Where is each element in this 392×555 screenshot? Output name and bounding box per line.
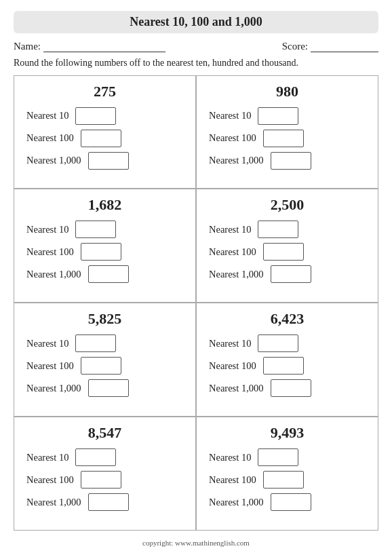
nearest100-label-0: Nearest 100 — [26, 132, 74, 144]
nearest10-answer-box-7[interactable] — [258, 448, 298, 466]
nearest1000-answer-box-5[interactable] — [271, 379, 311, 397]
row-nearest10-4: Nearest 10 — [26, 334, 116, 352]
problem-number-7: 9,493 — [209, 424, 366, 442]
nearest1000-answer-box-4[interactable] — [88, 379, 129, 397]
nearest100-label-2: Nearest 100 — [26, 246, 74, 258]
name-score-row: Name: Score: — [14, 40, 378, 52]
nearest10-answer-box-1[interactable] — [258, 107, 298, 125]
nearest1000-label-2: Nearest 1,000 — [26, 269, 81, 280]
nearest100-answer-box-1[interactable] — [263, 130, 304, 147]
row-nearest100-0: Nearest 100 — [26, 130, 121, 147]
problem-number-4: 5,825 — [26, 310, 183, 328]
nearest100-label-4: Nearest 100 — [26, 360, 74, 372]
nearest10-answer-box-2[interactable] — [75, 221, 116, 238]
row-nearest10-0: Nearest 10 — [26, 107, 116, 125]
row-nearest1000-2: Nearest 1,000 — [26, 265, 129, 283]
nearest100-label-6: Nearest 100 — [26, 474, 74, 486]
nearest100-answer-box-3[interactable] — [263, 243, 304, 261]
nearest10-label-4: Nearest 10 — [26, 338, 68, 349]
row-nearest1000-7: Nearest 1,000 — [209, 493, 311, 511]
row-nearest10-6: Nearest 10 — [26, 448, 116, 466]
problem-cell-0: 275Nearest 10Nearest 100Nearest 1,000 — [14, 75, 196, 189]
nearest100-label-7: Nearest 100 — [209, 474, 256, 486]
problem-number-5: 6,423 — [209, 310, 366, 328]
nearest10-answer-box-6[interactable] — [75, 448, 116, 466]
problem-cell-7: 9,493Nearest 10Nearest 100Nearest 1,000 — [196, 417, 378, 531]
score-label: Score: — [282, 41, 308, 52]
copyright: copyright: www.mathinenglish.com — [14, 536, 378, 547]
nearest10-label-7: Nearest 10 — [209, 452, 251, 463]
name-label: Name: — [14, 41, 41, 52]
row-nearest100-5: Nearest 100 — [209, 357, 304, 375]
nearest1000-answer-box-1[interactable] — [271, 152, 311, 170]
nearest100-label-1: Nearest 100 — [209, 132, 256, 144]
nearest10-label-6: Nearest 10 — [26, 452, 68, 463]
row-nearest1000-4: Nearest 1,000 — [26, 379, 129, 397]
nearest10-label-3: Nearest 10 — [209, 224, 251, 235]
problem-cell-3: 2,500Nearest 10Nearest 100Nearest 1,000 — [196, 189, 378, 303]
nearest1000-label-5: Nearest 1,000 — [209, 383, 264, 394]
row-nearest100-3: Nearest 100 — [209, 243, 304, 261]
nearest100-label-5: Nearest 100 — [209, 360, 256, 372]
nearest10-answer-box-3[interactable] — [258, 221, 298, 238]
score-underline — [311, 40, 378, 52]
nearest100-answer-box-6[interactable] — [81, 471, 121, 489]
problem-cell-6: 8,547Nearest 10Nearest 100Nearest 1,000 — [14, 417, 196, 531]
problem-cell-5: 6,423Nearest 10Nearest 100Nearest 1,000 — [196, 303, 378, 417]
row-nearest100-4: Nearest 100 — [26, 357, 121, 375]
row-nearest100-7: Nearest 100 — [209, 471, 304, 489]
page: Nearest 10, 100 and 1,000 Name: Score: R… — [0, 0, 392, 555]
row-nearest100-2: Nearest 100 — [26, 243, 121, 261]
problem-cell-1: 980Nearest 10Nearest 100Nearest 1,000 — [196, 75, 378, 189]
nearest10-label-2: Nearest 10 — [26, 224, 68, 235]
nearest100-answer-box-0[interactable] — [81, 130, 121, 147]
problem-cell-4: 5,825Nearest 10Nearest 100Nearest 1,000 — [14, 303, 196, 417]
problems-grid: 275Nearest 10Nearest 100Nearest 1,000980… — [14, 75, 378, 531]
row-nearest1000-3: Nearest 1,000 — [209, 265, 311, 283]
row-nearest10-2: Nearest 10 — [26, 221, 116, 238]
instruction: Round the following numbers off to the n… — [14, 56, 378, 70]
row-nearest1000-6: Nearest 1,000 — [26, 493, 129, 511]
row-nearest1000-0: Nearest 1,000 — [26, 152, 129, 170]
nearest10-label-1: Nearest 10 — [209, 110, 251, 121]
problem-number-2: 1,682 — [26, 196, 183, 214]
nearest1000-answer-box-7[interactable] — [271, 493, 311, 511]
problem-number-3: 2,500 — [209, 196, 366, 214]
row-nearest1000-1: Nearest 1,000 — [209, 152, 311, 170]
row-nearest10-1: Nearest 10 — [209, 107, 298, 125]
score-field: Score: — [282, 40, 378, 52]
nearest10-answer-box-4[interactable] — [75, 334, 116, 352]
nearest100-label-3: Nearest 100 — [209, 246, 256, 258]
nearest1000-answer-box-6[interactable] — [88, 493, 129, 511]
nearest10-label-5: Nearest 10 — [209, 338, 251, 349]
nearest100-answer-box-4[interactable] — [81, 357, 121, 375]
nearest1000-label-1: Nearest 1,000 — [209, 155, 264, 166]
problem-number-6: 8,547 — [26, 424, 183, 442]
nearest1000-label-4: Nearest 1,000 — [26, 383, 81, 394]
nearest1000-label-3: Nearest 1,000 — [209, 269, 264, 280]
nearest10-answer-box-0[interactable] — [75, 107, 116, 125]
nearest1000-answer-box-3[interactable] — [271, 265, 311, 283]
row-nearest1000-5: Nearest 1,000 — [209, 379, 311, 397]
nearest1000-label-7: Nearest 1,000 — [209, 497, 264, 508]
row-nearest10-3: Nearest 10 — [209, 221, 298, 238]
name-underline — [43, 40, 165, 52]
row-nearest10-5: Nearest 10 — [209, 334, 298, 352]
nearest1000-label-6: Nearest 1,000 — [26, 497, 81, 508]
problem-number-0: 275 — [26, 83, 183, 100]
nearest10-label-0: Nearest 10 — [26, 110, 68, 121]
nearest100-answer-box-2[interactable] — [81, 243, 121, 261]
row-nearest100-1: Nearest 100 — [209, 130, 304, 147]
problem-cell-2: 1,682Nearest 10Nearest 100Nearest 1,000 — [14, 189, 196, 303]
nearest100-answer-box-5[interactable] — [263, 357, 304, 375]
nearest1000-answer-box-2[interactable] — [88, 265, 129, 283]
name-field: Name: — [14, 40, 165, 52]
nearest100-answer-box-7[interactable] — [263, 471, 304, 489]
problem-number-1: 980 — [209, 83, 366, 100]
page-title: Nearest 10, 100 and 1,000 — [14, 11, 378, 33]
nearest1000-label-0: Nearest 1,000 — [26, 155, 81, 166]
nearest1000-answer-box-0[interactable] — [88, 152, 129, 170]
nearest10-answer-box-5[interactable] — [258, 334, 298, 352]
row-nearest100-6: Nearest 100 — [26, 471, 121, 489]
row-nearest10-7: Nearest 10 — [209, 448, 298, 466]
